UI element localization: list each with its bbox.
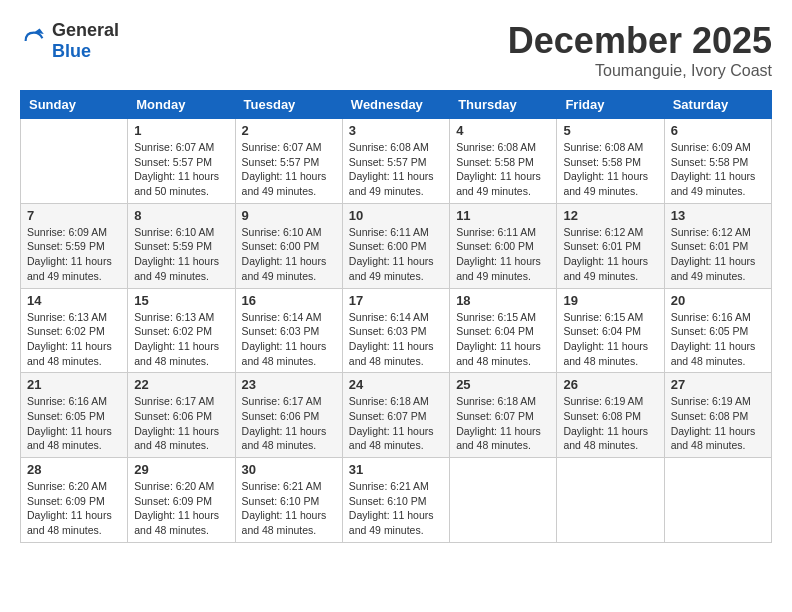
day-number: 18 bbox=[456, 293, 550, 308]
calendar-table: SundayMondayTuesdayWednesdayThursdayFrid… bbox=[20, 90, 772, 543]
day-number: 10 bbox=[349, 208, 443, 223]
day-info: Sunrise: 6:19 AMSunset: 6:08 PMDaylight:… bbox=[671, 394, 765, 453]
calendar-cell: 12Sunrise: 6:12 AMSunset: 6:01 PMDayligh… bbox=[557, 203, 664, 288]
calendar-cell: 28Sunrise: 6:20 AMSunset: 6:09 PMDayligh… bbox=[21, 458, 128, 543]
day-number: 17 bbox=[349, 293, 443, 308]
calendar-header-row: SundayMondayTuesdayWednesdayThursdayFrid… bbox=[21, 91, 772, 119]
calendar-cell bbox=[450, 458, 557, 543]
calendar-cell bbox=[557, 458, 664, 543]
calendar-cell: 11Sunrise: 6:11 AMSunset: 6:00 PMDayligh… bbox=[450, 203, 557, 288]
calendar-cell: 18Sunrise: 6:15 AMSunset: 6:04 PMDayligh… bbox=[450, 288, 557, 373]
logo-text: General Blue bbox=[52, 20, 119, 62]
calendar-cell: 4Sunrise: 6:08 AMSunset: 5:58 PMDaylight… bbox=[450, 119, 557, 204]
day-info: Sunrise: 6:13 AMSunset: 6:02 PMDaylight:… bbox=[27, 310, 121, 369]
day-number: 14 bbox=[27, 293, 121, 308]
calendar-cell: 21Sunrise: 6:16 AMSunset: 6:05 PMDayligh… bbox=[21, 373, 128, 458]
day-number: 23 bbox=[242, 377, 336, 392]
calendar-cell: 29Sunrise: 6:20 AMSunset: 6:09 PMDayligh… bbox=[128, 458, 235, 543]
calendar-header-friday: Friday bbox=[557, 91, 664, 119]
title-area: December 2025 Toumanguie, Ivory Coast bbox=[508, 20, 772, 80]
calendar-cell: 10Sunrise: 6:11 AMSunset: 6:00 PMDayligh… bbox=[342, 203, 449, 288]
logo-blue: Blue bbox=[52, 41, 91, 61]
calendar-cell bbox=[21, 119, 128, 204]
day-info: Sunrise: 6:18 AMSunset: 6:07 PMDaylight:… bbox=[349, 394, 443, 453]
calendar-cell: 30Sunrise: 6:21 AMSunset: 6:10 PMDayligh… bbox=[235, 458, 342, 543]
day-number: 3 bbox=[349, 123, 443, 138]
calendar-week-4: 21Sunrise: 6:16 AMSunset: 6:05 PMDayligh… bbox=[21, 373, 772, 458]
calendar-cell: 22Sunrise: 6:17 AMSunset: 6:06 PMDayligh… bbox=[128, 373, 235, 458]
day-number: 1 bbox=[134, 123, 228, 138]
day-number: 7 bbox=[27, 208, 121, 223]
day-info: Sunrise: 6:09 AMSunset: 5:58 PMDaylight:… bbox=[671, 140, 765, 199]
day-number: 30 bbox=[242, 462, 336, 477]
calendar-cell: 2Sunrise: 6:07 AMSunset: 5:57 PMDaylight… bbox=[235, 119, 342, 204]
day-number: 4 bbox=[456, 123, 550, 138]
day-number: 31 bbox=[349, 462, 443, 477]
calendar-cell: 7Sunrise: 6:09 AMSunset: 5:59 PMDaylight… bbox=[21, 203, 128, 288]
day-info: Sunrise: 6:21 AMSunset: 6:10 PMDaylight:… bbox=[242, 479, 336, 538]
calendar-header-monday: Monday bbox=[128, 91, 235, 119]
calendar-cell: 27Sunrise: 6:19 AMSunset: 6:08 PMDayligh… bbox=[664, 373, 771, 458]
calendar-header-thursday: Thursday bbox=[450, 91, 557, 119]
calendar-cell: 3Sunrise: 6:08 AMSunset: 5:57 PMDaylight… bbox=[342, 119, 449, 204]
day-number: 15 bbox=[134, 293, 228, 308]
day-info: Sunrise: 6:14 AMSunset: 6:03 PMDaylight:… bbox=[242, 310, 336, 369]
day-info: Sunrise: 6:16 AMSunset: 6:05 PMDaylight:… bbox=[671, 310, 765, 369]
calendar-week-3: 14Sunrise: 6:13 AMSunset: 6:02 PMDayligh… bbox=[21, 288, 772, 373]
day-info: Sunrise: 6:11 AMSunset: 6:00 PMDaylight:… bbox=[349, 225, 443, 284]
month-title: December 2025 bbox=[508, 20, 772, 62]
day-info: Sunrise: 6:08 AMSunset: 5:58 PMDaylight:… bbox=[563, 140, 657, 199]
day-number: 19 bbox=[563, 293, 657, 308]
calendar-cell: 8Sunrise: 6:10 AMSunset: 5:59 PMDaylight… bbox=[128, 203, 235, 288]
calendar-cell: 1Sunrise: 6:07 AMSunset: 5:57 PMDaylight… bbox=[128, 119, 235, 204]
day-number: 22 bbox=[134, 377, 228, 392]
day-info: Sunrise: 6:09 AMSunset: 5:59 PMDaylight:… bbox=[27, 225, 121, 284]
day-info: Sunrise: 6:18 AMSunset: 6:07 PMDaylight:… bbox=[456, 394, 550, 453]
day-info: Sunrise: 6:08 AMSunset: 5:58 PMDaylight:… bbox=[456, 140, 550, 199]
day-number: 5 bbox=[563, 123, 657, 138]
calendar-cell: 13Sunrise: 6:12 AMSunset: 6:01 PMDayligh… bbox=[664, 203, 771, 288]
day-number: 12 bbox=[563, 208, 657, 223]
day-info: Sunrise: 6:10 AMSunset: 5:59 PMDaylight:… bbox=[134, 225, 228, 284]
day-info: Sunrise: 6:19 AMSunset: 6:08 PMDaylight:… bbox=[563, 394, 657, 453]
day-info: Sunrise: 6:10 AMSunset: 6:00 PMDaylight:… bbox=[242, 225, 336, 284]
day-number: 13 bbox=[671, 208, 765, 223]
page-header: General Blue December 2025 Toumanguie, I… bbox=[20, 20, 772, 80]
day-number: 11 bbox=[456, 208, 550, 223]
calendar-cell: 9Sunrise: 6:10 AMSunset: 6:00 PMDaylight… bbox=[235, 203, 342, 288]
calendar-cell: 25Sunrise: 6:18 AMSunset: 6:07 PMDayligh… bbox=[450, 373, 557, 458]
day-info: Sunrise: 6:15 AMSunset: 6:04 PMDaylight:… bbox=[456, 310, 550, 369]
calendar-cell: 6Sunrise: 6:09 AMSunset: 5:58 PMDaylight… bbox=[664, 119, 771, 204]
day-info: Sunrise: 6:08 AMSunset: 5:57 PMDaylight:… bbox=[349, 140, 443, 199]
calendar-header-saturday: Saturday bbox=[664, 91, 771, 119]
calendar-cell: 16Sunrise: 6:14 AMSunset: 6:03 PMDayligh… bbox=[235, 288, 342, 373]
day-number: 6 bbox=[671, 123, 765, 138]
calendar-header-tuesday: Tuesday bbox=[235, 91, 342, 119]
calendar-cell bbox=[664, 458, 771, 543]
day-number: 8 bbox=[134, 208, 228, 223]
logo-general: General bbox=[52, 20, 119, 40]
logo-icon bbox=[20, 27, 48, 55]
calendar-cell: 24Sunrise: 6:18 AMSunset: 6:07 PMDayligh… bbox=[342, 373, 449, 458]
day-number: 29 bbox=[134, 462, 228, 477]
calendar-cell: 14Sunrise: 6:13 AMSunset: 6:02 PMDayligh… bbox=[21, 288, 128, 373]
day-number: 28 bbox=[27, 462, 121, 477]
calendar-week-5: 28Sunrise: 6:20 AMSunset: 6:09 PMDayligh… bbox=[21, 458, 772, 543]
day-info: Sunrise: 6:12 AMSunset: 6:01 PMDaylight:… bbox=[671, 225, 765, 284]
calendar-cell: 23Sunrise: 6:17 AMSunset: 6:06 PMDayligh… bbox=[235, 373, 342, 458]
day-info: Sunrise: 6:15 AMSunset: 6:04 PMDaylight:… bbox=[563, 310, 657, 369]
calendar-cell: 20Sunrise: 6:16 AMSunset: 6:05 PMDayligh… bbox=[664, 288, 771, 373]
calendar-cell: 31Sunrise: 6:21 AMSunset: 6:10 PMDayligh… bbox=[342, 458, 449, 543]
location-title: Toumanguie, Ivory Coast bbox=[508, 62, 772, 80]
day-info: Sunrise: 6:17 AMSunset: 6:06 PMDaylight:… bbox=[134, 394, 228, 453]
day-info: Sunrise: 6:07 AMSunset: 5:57 PMDaylight:… bbox=[134, 140, 228, 199]
day-info: Sunrise: 6:11 AMSunset: 6:00 PMDaylight:… bbox=[456, 225, 550, 284]
day-number: 9 bbox=[242, 208, 336, 223]
day-info: Sunrise: 6:13 AMSunset: 6:02 PMDaylight:… bbox=[134, 310, 228, 369]
calendar-header-wednesday: Wednesday bbox=[342, 91, 449, 119]
day-info: Sunrise: 6:07 AMSunset: 5:57 PMDaylight:… bbox=[242, 140, 336, 199]
day-number: 25 bbox=[456, 377, 550, 392]
calendar-cell: 15Sunrise: 6:13 AMSunset: 6:02 PMDayligh… bbox=[128, 288, 235, 373]
day-number: 24 bbox=[349, 377, 443, 392]
calendar-week-1: 1Sunrise: 6:07 AMSunset: 5:57 PMDaylight… bbox=[21, 119, 772, 204]
